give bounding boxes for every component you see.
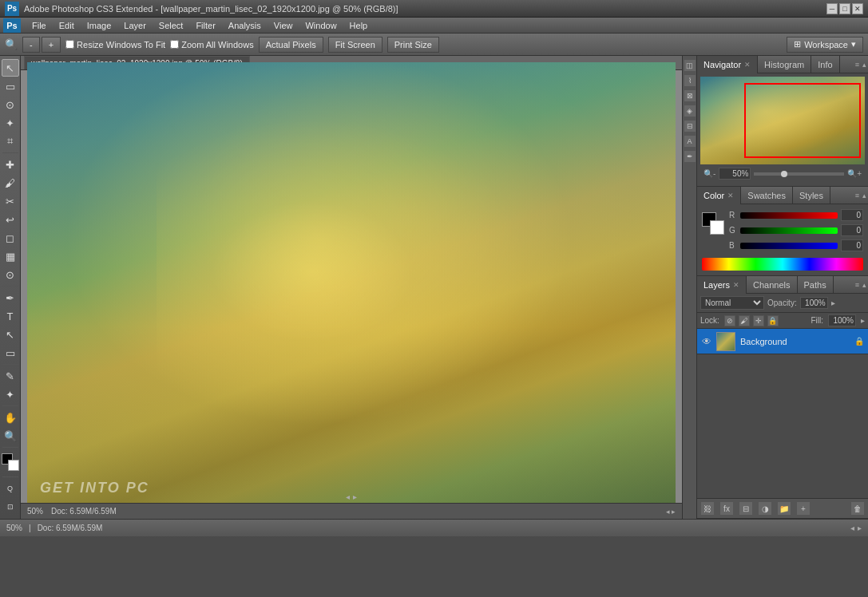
print-size-button[interactable]: Print Size bbox=[387, 37, 439, 53]
layer-item-background[interactable]: 👁 Background 🔒 bbox=[697, 329, 868, 354]
zoom-out-small-icon[interactable]: 🔍- bbox=[704, 169, 715, 178]
add-layer-mask-icon[interactable]: ⊟ bbox=[684, 120, 696, 132]
hand-tool[interactable]: ✋ bbox=[2, 409, 19, 426]
navigator-collapse-btn[interactable]: ▴ bbox=[862, 61, 866, 69]
menu-layer[interactable]: Layer bbox=[117, 18, 153, 34]
brush-tool[interactable]: 🖌 bbox=[2, 174, 19, 192]
red-slider[interactable] bbox=[740, 212, 838, 219]
close-button[interactable]: ✕ bbox=[852, 3, 863, 14]
actual-pixels-button[interactable]: Actual Pixels bbox=[259, 37, 323, 53]
notes-tool[interactable]: ✎ bbox=[2, 367, 19, 385]
menu-file[interactable]: File bbox=[26, 18, 53, 34]
fill-stepper[interactable]: ▸ bbox=[861, 316, 865, 325]
lasso-tool[interactable]: ⊙ bbox=[2, 96, 19, 113]
new-group-btn[interactable]: 📁 bbox=[777, 501, 791, 516]
scroll-right-icon[interactable]: ▸ bbox=[353, 492, 357, 501]
next-frame-icon[interactable]: ▸ bbox=[672, 508, 676, 516]
workspace-button[interactable]: ⊞ Workspace ▾ bbox=[787, 37, 863, 53]
lock-all-icon[interactable]: 🔒 bbox=[767, 315, 779, 326]
menu-edit[interactable]: Edit bbox=[53, 18, 81, 34]
navigator-view-box[interactable] bbox=[744, 83, 861, 158]
levels-adj-icon[interactable]: ◫ bbox=[684, 59, 696, 72]
path-selection-tool[interactable]: ↖ bbox=[2, 326, 19, 343]
zoom-value-input[interactable] bbox=[719, 168, 751, 180]
paths-tab[interactable]: Paths bbox=[798, 276, 834, 294]
menu-help[interactable]: Help bbox=[343, 18, 375, 34]
add-layer-style-btn[interactable]: fx bbox=[719, 501, 734, 516]
dodge-tool[interactable]: ⊙ bbox=[2, 266, 19, 283]
blue-value-input[interactable] bbox=[841, 239, 863, 251]
zoom-all-windows-checkbox[interactable]: Zoom All Windows bbox=[170, 40, 253, 49]
color-spectrum-bar[interactable] bbox=[702, 258, 863, 271]
color-panel-options[interactable]: ≡ bbox=[855, 192, 859, 200]
color-tab[interactable]: Color ✕ bbox=[697, 187, 741, 204]
history-brush-tool[interactable]: ↩ bbox=[2, 211, 19, 228]
prev-frame-icon[interactable]: ◂ bbox=[666, 508, 670, 516]
lock-transparent-icon[interactable]: ⊘ bbox=[724, 315, 735, 326]
edit-in-quick-mask[interactable]: Q bbox=[2, 480, 19, 497]
opacity-input[interactable] bbox=[800, 297, 828, 309]
navigator-panel-options[interactable]: ≡ bbox=[855, 61, 859, 69]
type-tool-icon[interactable]: A bbox=[684, 135, 696, 148]
zoom-in-btn[interactable]: + bbox=[42, 37, 61, 53]
info-tab[interactable]: Info bbox=[811, 56, 839, 73]
delete-layer-btn[interactable]: 🗑 bbox=[850, 501, 865, 516]
menu-window[interactable]: Window bbox=[299, 18, 343, 34]
green-slider[interactable] bbox=[740, 227, 838, 234]
bg-color-swatch[interactable] bbox=[710, 220, 724, 235]
layers-tab-close[interactable]: ✕ bbox=[733, 281, 739, 289]
next-button[interactable]: ▸ bbox=[858, 524, 862, 532]
red-value-input[interactable] bbox=[841, 209, 863, 221]
new-layer-btn[interactable]: + bbox=[796, 501, 811, 516]
styles-tab[interactable]: Styles bbox=[793, 187, 830, 204]
quick-select-tool[interactable]: ✦ bbox=[2, 114, 19, 132]
navigator-tab-close[interactable]: ✕ bbox=[744, 61, 751, 69]
color-collapse-btn[interactable]: ▴ bbox=[862, 192, 866, 200]
zoom-tool[interactable]: 🔍 bbox=[2, 427, 19, 445]
opacity-stepper[interactable]: ▸ bbox=[831, 298, 835, 307]
layer-visibility-toggle[interactable]: 👁 bbox=[700, 335, 713, 348]
fit-screen-button[interactable]: Fit Screen bbox=[328, 37, 382, 53]
zoom-in-small-icon[interactable]: 🔍+ bbox=[847, 169, 862, 178]
prev-button[interactable]: ◂ bbox=[850, 524, 854, 532]
text-tool[interactable]: T bbox=[2, 307, 19, 325]
menu-filter[interactable]: Filter bbox=[189, 18, 221, 34]
menu-image[interactable]: Image bbox=[81, 18, 118, 34]
menu-analysis[interactable]: Analysis bbox=[222, 18, 268, 34]
blue-slider[interactable] bbox=[740, 243, 838, 249]
background-color[interactable] bbox=[8, 460, 19, 471]
maximize-button[interactable]: □ bbox=[839, 3, 850, 14]
marquee-tool[interactable]: ▭ bbox=[2, 77, 19, 95]
curves-adj-icon[interactable]: ⌇ bbox=[684, 74, 696, 87]
navigator-tab[interactable]: Navigator ✕ bbox=[697, 56, 758, 73]
hue-sat-adj-icon[interactable]: ◈ bbox=[684, 105, 696, 117]
link-layers-btn[interactable]: ⛓ bbox=[700, 501, 715, 516]
pen-adj-icon[interactable]: ✒ bbox=[684, 150, 696, 163]
channels-tab[interactable]: Channels bbox=[747, 276, 797, 294]
blend-mode-select[interactable]: Normal Multiply Screen bbox=[700, 296, 764, 310]
shape-tool[interactable]: ▭ bbox=[2, 344, 19, 362]
gradient-tool[interactable]: ▦ bbox=[2, 247, 19, 265]
menu-select[interactable]: Select bbox=[153, 18, 190, 34]
swatches-tab[interactable]: Swatches bbox=[741, 187, 793, 204]
color-tab-close[interactable]: ✕ bbox=[727, 192, 734, 200]
healing-brush-tool[interactable]: ✚ bbox=[2, 156, 19, 173]
layers-panel-options[interactable]: ≡ bbox=[855, 281, 859, 289]
eraser-tool[interactable]: ◻ bbox=[2, 229, 19, 247]
crop-tool[interactable]: ⌗ bbox=[2, 132, 19, 150]
histogram-tab[interactable]: Histogram bbox=[758, 56, 811, 73]
pen-tool[interactable]: ✒ bbox=[2, 289, 19, 306]
lock-position-icon[interactable]: ✛ bbox=[753, 315, 764, 326]
zoom-out-btn[interactable]: - bbox=[22, 37, 40, 53]
screen-mode[interactable]: ⊡ bbox=[2, 498, 19, 516]
color-balance-adj-icon[interactable]: ⊠ bbox=[684, 89, 696, 102]
new-fill-adjustment-btn[interactable]: ◑ bbox=[758, 501, 772, 516]
layers-tab[interactable]: Layers ✕ bbox=[697, 276, 747, 294]
eyedropper-tool[interactable]: ✦ bbox=[2, 385, 19, 403]
menu-view[interactable]: View bbox=[268, 18, 299, 34]
move-tool[interactable]: ↖ bbox=[2, 59, 19, 77]
lock-paint-icon[interactable]: 🖌 bbox=[739, 315, 750, 326]
green-value-input[interactable] bbox=[841, 224, 863, 236]
add-layer-mask-btn[interactable]: ⊟ bbox=[739, 501, 753, 516]
minimize-button[interactable]: ─ bbox=[826, 3, 838, 14]
